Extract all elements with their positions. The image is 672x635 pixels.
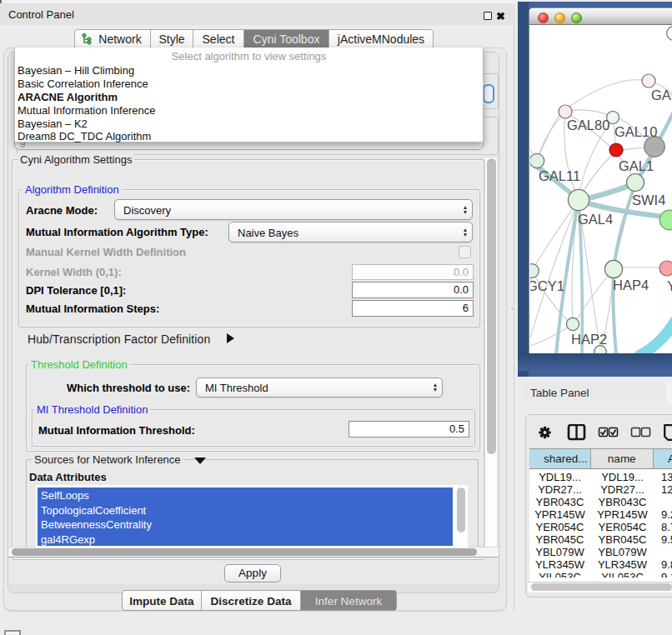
svg-text:GAL11: GAL11 (539, 168, 580, 183)
svg-text:GCY1: GCY1 (530, 278, 564, 293)
svg-text:Y: Y (667, 278, 672, 293)
svg-text:GAL1: GAL1 (619, 158, 654, 173)
svg-text:HAP2: HAP2 (571, 332, 607, 347)
svg-text:GAL2: GAL2 (651, 88, 672, 102)
svg-text:SWI4: SWI4 (632, 192, 665, 208)
svg-text:HAP4: HAP4 (613, 278, 649, 292)
svg-text:GAL80: GAL80 (567, 118, 609, 132)
svg-text:GAL4: GAL4 (578, 212, 613, 227)
svg-text:GAL10: GAL10 (614, 124, 657, 139)
